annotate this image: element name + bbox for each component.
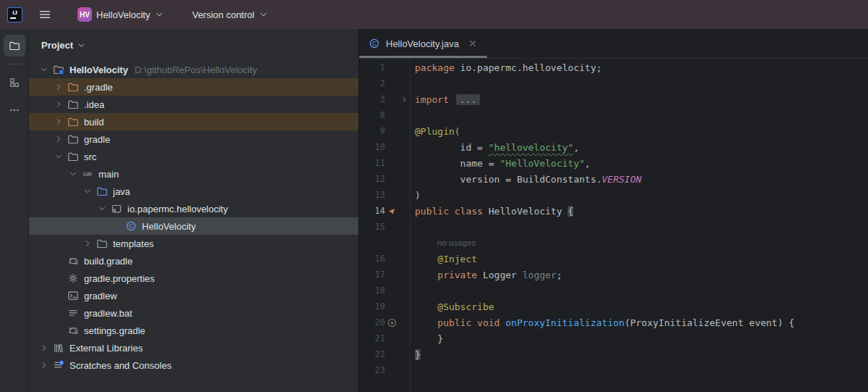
code-line-16[interactable]: 16 @Inject — [359, 251, 868, 267]
fold-chevron-icon[interactable] — [398, 96, 410, 104]
code-line-18[interactable]: 18 — [359, 283, 868, 299]
rail-button-project-tool[interactable] — [4, 35, 25, 57]
tree-row-gradlew[interactable]: gradlew — [29, 287, 358, 304]
tree-row--idea[interactable]: .idea — [29, 96, 358, 113]
text-file-icon — [67, 306, 80, 320]
code-line-9[interactable]: 9@Plugin( — [359, 123, 868, 139]
code-token — [500, 317, 505, 328]
chevron-right-icon[interactable] — [53, 81, 64, 93]
line-number: 10 — [359, 142, 385, 152]
code-line-14[interactable]: 14public class HelloVelocity { — [359, 203, 868, 219]
tree-row-build-gradle[interactable]: build.gradle — [29, 252, 358, 270]
line-number: 13 — [359, 190, 385, 200]
velocity-plugin-icon[interactable] — [387, 207, 396, 215]
code-line-17[interactable]: 17 private Logger logger; — [359, 267, 868, 283]
tree-row-templates[interactable]: templates — [29, 235, 358, 252]
code-line-3[interactable]: 3import ... — [359, 91, 868, 107]
usages-inlay-hint[interactable]: no usages — [437, 238, 476, 247]
chevron-down-icon[interactable] — [38, 64, 50, 75]
line-number: 9 — [359, 126, 385, 136]
code-line-text[interactable] — [410, 362, 415, 378]
tab-hellovelocity-java[interactable]: C HelloVelocity.java — [359, 29, 487, 58]
main-menu-button[interactable] — [33, 4, 57, 25]
code-inlay-hint-row[interactable]: no usages — [359, 235, 868, 251]
code-line-text[interactable]: public class HelloVelocity { — [410, 203, 573, 219]
code-line-text[interactable]: } — [410, 330, 443, 346]
chevron-right-icon[interactable] — [53, 133, 64, 145]
code-line-20[interactable]: 20 public void onProxyInitialization(Pro… — [359, 314, 868, 330]
code-editor[interactable]: 1package io.papermc.hellovelocity;23impo… — [359, 59, 868, 392]
project-panel-header[interactable]: Project — [29, 29, 358, 61]
code-line-10[interactable]: 10 id = "hellovelocity", — [359, 139, 868, 155]
chevron-down-icon[interactable] — [67, 168, 79, 180]
code-line-text[interactable]: private Logger logger; — [410, 267, 562, 283]
code-line-21[interactable]: 21 } — [359, 330, 868, 346]
chevron-right-icon[interactable] — [82, 238, 93, 249]
code-line-12[interactable]: 12 version = BuildConstants.VERSION — [359, 171, 868, 187]
project-widget[interactable]: HV HelloVelocity — [72, 4, 170, 25]
vcs-widget[interactable]: Version control — [186, 4, 274, 25]
tree-item-label: java — [113, 186, 130, 197]
code-line-text[interactable]: @Plugin( — [410, 123, 460, 139]
code-line-text[interactable] — [410, 283, 415, 299]
tree-row--gradle[interactable]: .gradle — [29, 78, 358, 96]
tree-row-src[interactable]: src — [29, 148, 358, 165]
tree-row-hellovelocity[interactable]: HelloVelocityD:\githubRePos\HelloVelocit… — [29, 61, 358, 78]
code-line-text[interactable]: version = BuildConstants.VERSION — [410, 171, 641, 187]
tree-row-gradle[interactable]: gradle — [29, 130, 358, 148]
code-line-text[interactable] — [410, 219, 415, 235]
tree-item-label: src — [84, 151, 96, 162]
chevron-right-icon[interactable] — [53, 116, 64, 128]
code-line-text[interactable]: public void onProxyInitialization(ProxyI… — [410, 314, 794, 330]
rail-button-more[interactable] — [4, 99, 25, 121]
close-icon[interactable] — [468, 38, 478, 49]
code-line-text[interactable] — [410, 107, 415, 123]
code-line-text[interactable]: id = "hellovelocity", — [410, 139, 579, 155]
editor-tab-bar: C HelloVelocity.java — [359, 29, 868, 59]
code-line-text[interactable]: @Subscribe — [410, 299, 494, 314]
tree-row-java[interactable]: java — [29, 183, 358, 200]
tree-row-main[interactable]: main — [29, 165, 358, 183]
code-line-2[interactable]: 2 — [359, 75, 868, 91]
subscribe-icon[interactable] — [387, 318, 397, 328]
tree-row-gradle-properties[interactable]: gradle.properties — [29, 270, 358, 287]
code-line-13[interactable]: 13) — [359, 187, 868, 203]
code-line-text[interactable]: @Inject — [410, 251, 477, 267]
code-line-text[interactable]: package io.papermc.hellovelocity; — [410, 59, 602, 75]
tree-item-label: HelloVelocity — [69, 64, 128, 75]
rail-button-structure[interactable] — [4, 72, 25, 93]
chevron-down-icon[interactable] — [96, 203, 108, 214]
code-line-1[interactable]: 1package io.papermc.hellovelocity; — [359, 59, 868, 75]
code-line-text[interactable]: import ... — [410, 91, 480, 107]
code-line-text[interactable]: name = "HelloVelocity", — [410, 155, 591, 171]
code-line-text[interactable] — [410, 75, 415, 91]
tree-item-label: .gradle — [84, 82, 113, 93]
code-line-text[interactable]: ) — [410, 187, 421, 203]
code-line-19[interactable]: 19 @Subscribe — [359, 299, 868, 314]
tree-row-io-papermc-hellovelocity[interactable]: io.papermc.hellovelocity — [29, 200, 358, 217]
code-token: ) — [415, 190, 421, 201]
chevron-down-icon[interactable] — [82, 185, 93, 197]
chevron-right-icon[interactable] — [53, 99, 64, 110]
code-line-23[interactable]: 23 — [359, 362, 868, 378]
code-line-8[interactable]: 8 — [359, 107, 868, 123]
tree-row-settings-gradle[interactable]: settings.gradle — [29, 322, 358, 339]
code-line-22[interactable]: 22} — [359, 346, 868, 362]
vcs-label: Version control — [192, 9, 254, 20]
gutter-separator — [410, 59, 410, 392]
chevron-right-icon[interactable] — [38, 342, 50, 354]
tree-row-gradlew-bat[interactable]: gradlew.bat — [29, 304, 358, 322]
tree-row-build[interactable]: build — [29, 113, 358, 130]
tree-item-label: Scratches and Consoles — [69, 360, 172, 371]
tree-row-external-libraries[interactable]: External Libraries — [29, 339, 358, 356]
code-line-15[interactable]: 15 — [359, 219, 868, 235]
code-line-text[interactable]: } — [410, 346, 421, 362]
chevron-down-icon[interactable] — [53, 151, 64, 162]
code-line-11[interactable]: 11 name = "HelloVelocity", — [359, 155, 868, 171]
gutter-icon-slot[interactable] — [385, 207, 398, 215]
tree-row-hellovelocity[interactable]: CHelloVelocity — [29, 217, 358, 235]
gutter-icon-slot[interactable] — [385, 318, 398, 328]
chevron-right-icon[interactable] — [38, 359, 50, 371]
folder-icon — [67, 98, 80, 111]
tree-row-scratches-and-consoles[interactable]: Scratches and Consoles — [29, 356, 358, 374]
